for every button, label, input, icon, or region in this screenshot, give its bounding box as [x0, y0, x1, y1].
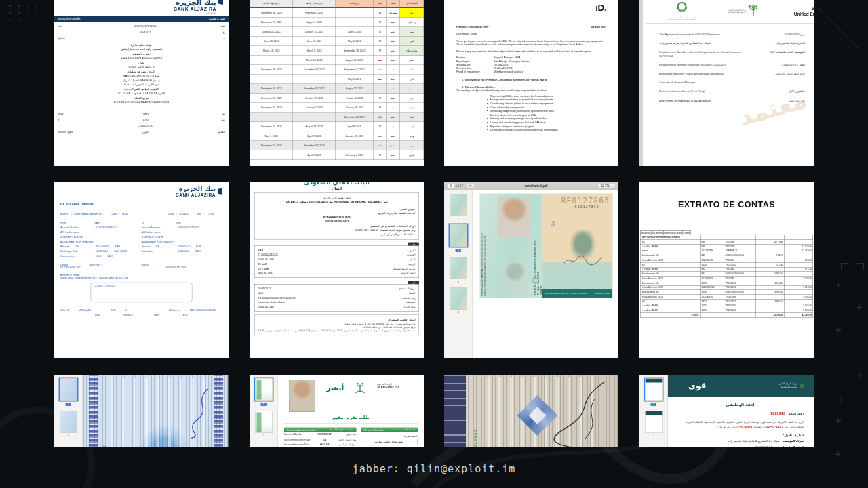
sheet-header-cell: الاسم الكامل [400, 0, 424, 8]
document-thumbnail-passport-pdf[interactable]: 2 of 17 ✎ saint kaits 1.pdf 52.7% ▾ 1 [444, 182, 618, 358]
legal-line: خاضعة لإشراف ورقابة البنك المركزي السعود… [258, 329, 416, 333]
gosi-swirl-icon [673, 1, 692, 15]
mrz-lines: P<KNASALAHIE<<MOHAMAD<SHADI<<<<<<<<<<<<<… [481, 195, 486, 296]
pdf-page-view: أبشر الرقم المرجعي [278, 375, 424, 447]
table-body: CITY WORLD INTERIOR SOLUTIONS ME 689 V90… [640, 235, 813, 318]
table-row: Adiantamento ME 1069 V906/1069 4.513,00 [640, 281, 813, 286]
document-thumbnail-spreadsheet[interactable]: FGHIJKL الاسم الكاملالصفةالرقمتاريخ المي… [250, 0, 424, 166]
leak-page: + + + + + + + بنك الجزيرة BANK ALJAZIRA … [0, 0, 868, 488]
time-field: Time : 14:50 [196, 212, 214, 216]
page-digit: 3 [551, 220, 555, 228]
table-row: e crédito - ADME 1055 V915/1055 5.902,00 [640, 304, 813, 308]
document-thumbnail-account-statement[interactable]: EXTRATO DE CONTAS DescriçãoDoc.InternoRe… [639, 182, 814, 358]
pdf-filename: saint kaits 1.pdf [475, 184, 597, 188]
pen-scribble [544, 378, 612, 447]
contract-clause-row: شركة دنيا المشاريع للتجارة شركة شخص واحد… [659, 41, 805, 45]
sheet-header-cell: الصفة [387, 0, 400, 8]
plus-mark-icon: + [856, 369, 863, 380]
document-thumbnail-aljazira-statement[interactable]: بنك الجزيرة BANK ALJAZIRA 29/10/2022 ans… [54, 0, 229, 166]
from-fields: الفرعSAR الحساب71400002212003 المبلغ5,00… [254, 245, 419, 278]
paragraph: We are happy to present this offer lette… [456, 49, 606, 53]
document-thumbnail-qiwa-contract-pdf[interactable]: 1 2 قوى وزارة الموارد البشرية والتنمية [639, 375, 814, 447]
page-thumbnail-number: 1 [261, 403, 267, 407]
edit-pencil-icon: ✎ [467, 184, 475, 188]
table-row: CITY WORLD INTERIOR SOLUTIONS [640, 235, 813, 240]
sidebar-page-thumbnail: 3 [450, 257, 467, 283]
sheet-row: نور مقيم 76 October 4, 2022 October 11, … [250, 94, 424, 103]
fx-field-row: Amount DR: 804,000.00 SAR [60, 244, 142, 249]
zoom-dropdown: 52.7% ▾ [597, 184, 616, 188]
hrsd-palm-icon: ✳ [800, 382, 805, 390]
sidebar-page-thumbnail: 1 [60, 378, 77, 407]
page-thumbnail-number: 4 [450, 311, 467, 314]
page-thumbnail-art [255, 411, 273, 433]
contract-clause-row: Authorized Signatory: Rania Ahmad Najdt … [659, 72, 805, 76]
fx-field-row: COMPANY DUNYA ALMASHARI FOR TRADING [142, 235, 223, 244]
document-thumbnail-offer-letter[interactable]: iD. Freelance Consultancy Offer 3rd Apri… [444, 0, 618, 166]
to-column: ToEUR Account Number: 003095007812002 A/… [142, 221, 223, 259]
fx-field-row: Commission: 0.00 SAR [60, 253, 142, 258]
sheet-row: سامر مقيم 76 June 1, 2020 January 15, 20… [250, 27, 424, 37]
table-row: e crédito - ADME 882 V915/882 572,40 [640, 267, 813, 272]
bank-flag-icon [218, 188, 222, 195]
document-thumbnail-fx-transfer[interactable]: بنك الجزيرة BANK ALJAZIRA FX Account Tra… [54, 182, 229, 358]
document-thumbnail-transfer-receipt[interactable]: البنك الأهلي السعودي إيصال إيصال عملية ت… [250, 182, 424, 358]
paragraph: Thank you for your interest in working w… [456, 39, 606, 47]
header-label-en: ansaction details [58, 17, 81, 20]
qiwa-header-bar: قوى وزارة الموارد البشرية والتنمية الاجت… [668, 375, 814, 396]
passport-number-secondary: K60127863 [574, 205, 599, 209]
document-thumbnail-muqeem-report-pdf[interactable]: 1 2 أبشر [250, 375, 424, 447]
receipt-field-row: تاريخ الاستحقاق26/01/2022 [258, 286, 416, 291]
sheet-rows: احمد سعودي 76 February 1, 2018 November … [250, 8, 424, 160]
form-title: FX Account Transfer [60, 203, 222, 207]
plus-mark-icon: + [856, 302, 863, 312]
fx-field-row: ToEUR [142, 221, 223, 226]
logo-red-dot: . [604, 3, 606, 13]
share-line: مشاركة: المصدر الأهلي أون لاين [258, 232, 416, 237]
page-thumbnail-art [645, 411, 663, 433]
page-number-box: 2 [447, 184, 455, 188]
signature [563, 253, 604, 267]
syrian-certificate-scan: N 015622288 وزارة الداخلية - إدارة الهجر… [83, 375, 228, 447]
passport-scan: P<KNASALAHIE<<MOHAMAD<SHADI<<<<<<<<<<<<<… [480, 194, 612, 298]
document-thumbnail-employment-contract[interactable]: المؤسسة العامة للتأمينات الاجتماعية Gene… [639, 0, 814, 166]
document-grid: بنك الجزيرة BANK ALJAZIRA 29/10/2022 ans… [54, 0, 814, 447]
page-thumbnail-number: 2 [60, 434, 77, 438]
sheet-row: سليم مقيم August 27, 2021 November 18, 2… [250, 84, 424, 94]
bank-aljazira-logo: بنك الجزيرة BANK ALJAZIRA 29/10/2022 [54, 0, 229, 14]
sheet-header-row: الاسم الكاملالصفةالرقمتاريخ الميلادتاريخ… [250, 0, 424, 8]
fx-field-row: COMPANY DUNYA ALMASHARI FOR TRADING [60, 235, 142, 244]
pdf-sidebar: 1 2 [54, 375, 83, 447]
sheet-header-cell: تاريخ إصدار الإقامة [293, 0, 336, 8]
document-thumbnail-syrian-certificate-pdf[interactable]: 1 2 N 015622288 وز [54, 375, 229, 447]
passport-fields: Passport Number N013909127 رقم الجواز Pa… [284, 432, 356, 448]
description-line: ECOF21009H096627BJAZBPS222825653 [54, 100, 229, 105]
document-serial-number: N 015622288 [102, 443, 106, 447]
diagonal-line-decoration [816, 5, 859, 49]
salutation: Dear Bashar Saltaji, [456, 33, 606, 36]
arabic-name-label: الاسم بالعربية [361, 435, 418, 438]
statement-bottom-fields: ency SAR ملة it 0.00 دين -200,007.00 sac… [54, 109, 229, 134]
page-thumbnail-number: 1 [66, 403, 71, 407]
reference-number: الرقم المرجعي : 3610022637703 [377, 383, 418, 389]
table-row: rência Bancária - BCP 20220089/0 V906/10… [640, 295, 813, 300]
page-thumbnail-art [255, 378, 273, 401]
receipt-field-row: الفرعSAR [258, 248, 416, 253]
sidebar-page-thumbnail: 1 [450, 194, 467, 220]
field-row: Passport Issuance Date 1441/12/14 تاريخ … [284, 442, 356, 447]
contract-clause-row: Capacity of: General Manager [659, 81, 805, 85]
gosi-logo: المؤسسة العامة للتأمينات الاجتماعية Gene… [656, 1, 707, 20]
sidebar-page-thumbnail: 1 [255, 378, 273, 407]
receipt-field-row: ضريبة القيمة المضافة3.75 SAR [258, 266, 416, 271]
from-column: FromSAR Account Number: 003095007812001 … [60, 221, 142, 259]
hrsd-palm-icon [747, 4, 760, 17]
jabber-contact: jabber: qilin@exploit.im [0, 463, 868, 475]
table-row: mento 20220089N TRF M.BCP 11.779,60 [640, 249, 813, 253]
page-thumbnail-art [450, 287, 467, 310]
sheet-row: محمد صلاح مقيم 76 September 18, 2021 Mar… [250, 46, 424, 56]
pdf-page-view: P<KNASALAHIE<<MOHAMAD<SHADI<<<<<<<<<<<<<… [473, 190, 618, 358]
document-thumbnail-syrian-document-photo[interactable]: N 01429961 لية - إدارة الهجرة والجوازات [444, 375, 618, 447]
bank-name-english: BANK ALJAZIRA [174, 6, 216, 12]
table-row: rência Bancária - BCP 20220089/44 V906/1… [640, 285, 813, 290]
statement-field-row: it 0.00 دين [58, 118, 225, 121]
